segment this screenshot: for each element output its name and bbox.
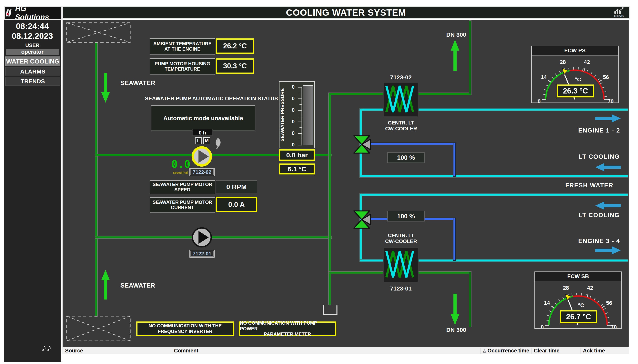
- seawater-pump-7122-01[interactable]: [191, 226, 213, 248]
- sidebar: 08:24:44 08.12.2023 USER operator WATER …: [4, 20, 61, 362]
- sea-chest-bottom: [66, 316, 131, 342]
- motor-current-value: 0.0 A: [216, 197, 257, 212]
- column-header-ack-time[interactable]: Ack time: [583, 347, 605, 354]
- fresh-water-label: FRESH WATER: [560, 182, 619, 189]
- pressure-gauge-bar: [303, 85, 313, 145]
- user-name: operator: [6, 49, 59, 55]
- seawater-pressure-gauge: SEAWATER PRESSURE 0 0 0 0 0 0: [279, 81, 315, 148]
- pipe-seawater-left-vertical: [95, 42, 98, 317]
- column-header-source[interactable]: Source: [65, 347, 83, 354]
- fcw-sb-gauge-title: FCW SB: [535, 272, 621, 281]
- pipe-bypass1-vertical: [453, 142, 456, 176]
- pipe-bypass2-vertical: [453, 218, 456, 261]
- engine34-flow-arrow-icon: [595, 246, 621, 254]
- housing-temp-value: 30.3 °C: [216, 58, 254, 74]
- cooler1-name: CENTR. LT CW-COOLER: [379, 120, 424, 132]
- housing-temp-label-line1: PUMP MOTOR HOUSING: [155, 61, 210, 66]
- alarm-table: Source Comment △ Occurrence time Clear t…: [62, 347, 629, 362]
- seawater-inflow-label: SEAWATER: [120, 80, 175, 87]
- three-way-valve-2[interactable]: [352, 210, 371, 229]
- svg-text:56: 56: [603, 74, 609, 80]
- column-header-occurrence-time[interactable]: △ Occurrence time: [483, 347, 529, 354]
- dn300-top-arrow-icon: [451, 40, 459, 71]
- page-title: COOLING WATER SYSTEM: [286, 7, 406, 18]
- svg-text:42: 42: [584, 59, 590, 65]
- pump-local-mode-button[interactable]: L: [195, 137, 202, 144]
- svg-text:70: 70: [607, 98, 614, 102]
- comm-alarm1-line2: FREQUENCY INVERTER: [158, 329, 212, 334]
- column-header-comment[interactable]: Comment: [174, 347, 199, 354]
- heat-exchanger-icon: [384, 248, 418, 282]
- pump-manual-mode-button[interactable]: M: [203, 137, 210, 144]
- pump-speed-display: 0.0: [170, 158, 192, 170]
- pipe-seawater-bottom-horizontal: [95, 236, 332, 239]
- motor-current-label: SEAWATER PUMP MOTOR CURRENT: [150, 197, 215, 213]
- auto-status-title: SEAWATER PUMP AUTOMATIC OPERATION STATUS: [144, 96, 279, 102]
- motor-speed-label-line2: SPEED: [174, 187, 190, 192]
- pressure-gauge-label: SEAWATER PRESSURE: [280, 86, 288, 144]
- svg-text:°C: °C: [575, 76, 581, 82]
- engine12-flow-arrow-icon: [595, 114, 621, 122]
- sidebar-item-alarms[interactable]: ALARMS: [5, 67, 60, 76]
- ambient-temp-label: AMBIENT TEMPERATURE AT THE ENGINE: [150, 38, 215, 54]
- svg-text:0: 0: [537, 98, 540, 102]
- lt-cooling-bottom-arrow-icon: [595, 202, 621, 210]
- eco-leaf-icon: [213, 138, 222, 149]
- alarm-sound-icon[interactable]: ♪♪: [41, 342, 52, 353]
- column-header-clear-time[interactable]: Clear time: [534, 347, 559, 354]
- svg-text:70: 70: [611, 324, 617, 328]
- lt-cooling-top-arrow-icon: [595, 163, 621, 171]
- valve2-position-value: 100 %: [387, 211, 425, 222]
- user-label: USER: [4, 42, 61, 48]
- three-way-valve-1[interactable]: [352, 135, 371, 154]
- fcw-ps-gauge: FCW PS 0 14 28 42 56 70 °C: [531, 46, 618, 103]
- fcw-sb-gauge: FCW SB 0 14 28 42 56 70 °C: [534, 272, 622, 329]
- comm-alarm2-line2: PARAMETER METER: [264, 332, 311, 337]
- cooler1-name-line2: CW-COOLER: [379, 126, 424, 132]
- sidebar-item-water-cooling[interactable]: WATER COOLING: [5, 56, 60, 66]
- seawater-temperature-value: 6.1 °C: [279, 164, 315, 174]
- svg-text:42: 42: [587, 285, 593, 291]
- trends-shortcut-label: Trends: [610, 14, 627, 18]
- seawater-pump-7122-02[interactable]: [191, 146, 213, 167]
- motor-current-label-line2: CURRENT: [171, 205, 194, 210]
- title-bar: COOLING WATER SYSTEM Trends: [62, 6, 629, 19]
- clock-time: 08:24:44: [4, 22, 61, 31]
- comm-alarm-power-meter: NO COMMUNICATION WITH PUMP POWER PARAMET…: [239, 322, 336, 336]
- pump-7122-02-tag-text: 7122-02: [190, 169, 214, 175]
- fcw-ps-value: 26.3 °C: [557, 84, 594, 98]
- sort-ascending-icon: △: [483, 348, 486, 353]
- seawater-inflow-arrow-icon: [101, 73, 110, 103]
- logo-box: HG Solutions: [4, 6, 62, 20]
- hg-logo-icon: [5, 8, 13, 18]
- cooler2-name-line1: CENTR. LT: [379, 233, 424, 238]
- comm-alarm1-line1: NO COMMUNICATION WITH THE: [149, 323, 222, 329]
- heat-exchanger-icon: [384, 83, 418, 116]
- lt-cooling-bottom-label: LT COOLING: [570, 212, 628, 219]
- svg-text:0: 0: [541, 324, 544, 328]
- dn300-bottom-label: DN 300: [442, 326, 470, 333]
- svg-text:56: 56: [606, 300, 612, 306]
- comm-alarm2-line1: NO COMMUNICATION WITH PUMP POWER: [240, 320, 335, 332]
- sea-chest-top: [66, 22, 131, 43]
- cooler1-name-line1: CENTR. LT: [379, 120, 424, 126]
- cooler2-tag: 7123-01: [383, 285, 418, 292]
- cooler-7123-01: [383, 247, 418, 282]
- cooler1-tag: 7123-02: [383, 74, 418, 81]
- trends-chart-icon: [613, 7, 624, 14]
- alarm-table-body[interactable]: [62, 354, 629, 362]
- housing-temp-label: PUMP MOTOR HOUSING TEMPERATURE: [150, 58, 215, 74]
- seawater-suction-label: SEAWATER: [120, 282, 175, 289]
- setpoint-marker-icon: [562, 68, 568, 74]
- svg-text:0: 0: [292, 130, 295, 136]
- ambient-temp-value: 26.2 °C: [216, 38, 254, 54]
- motor-speed-value: 0 RPM: [216, 180, 257, 193]
- motor-current-label-line1: SEAWATER PUMP MOTOR: [153, 200, 212, 205]
- trends-shortcut[interactable]: Trends: [610, 7, 627, 18]
- svg-text:0: 0: [292, 107, 295, 113]
- svg-text:°C: °C: [578, 302, 584, 308]
- sidebar-item-trends[interactable]: TRENDS: [5, 77, 60, 86]
- svg-text:0: 0: [292, 118, 295, 124]
- setpoint-marker-icon: [566, 294, 571, 300]
- seawater-pressure-value: 0.0 bar: [279, 149, 315, 161]
